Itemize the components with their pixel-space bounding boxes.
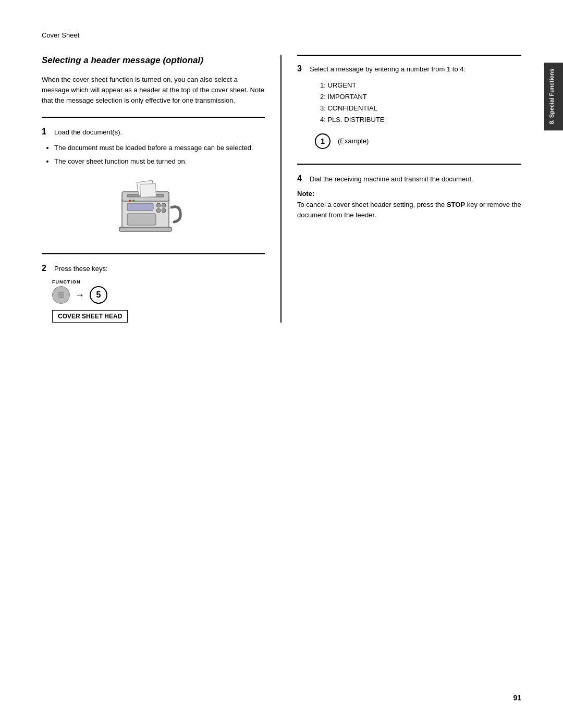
number-key-5: 5 bbox=[90, 286, 107, 304]
function-label: FUNCTION bbox=[52, 279, 81, 285]
step-4-text: Dial the receiving machine and transmit … bbox=[310, 174, 473, 184]
left-column: Selecting a header message (optional) Wh… bbox=[42, 55, 282, 323]
svg-rect-8 bbox=[127, 214, 156, 225]
step-3-text: Select a message by entering a number fr… bbox=[310, 64, 466, 75]
msg-3: 3: CONFIDENTIAL bbox=[320, 103, 466, 114]
example-row: 1 (Example) bbox=[315, 133, 466, 149]
note-text: To cancel a cover sheet header setting, … bbox=[297, 200, 521, 220]
example-label: (Example) bbox=[338, 137, 369, 145]
keys-row: → 5 bbox=[52, 286, 107, 304]
bullet-list: The document must be loaded before a mes… bbox=[54, 143, 265, 167]
svg-point-6 bbox=[156, 208, 161, 213]
fax-machine-svg bbox=[112, 176, 195, 244]
page: 8. Special Functions Cover Sheet Selecti… bbox=[0, 0, 563, 728]
svg-point-12 bbox=[129, 200, 131, 202]
bullet-2: The cover sheet function must be turned … bbox=[54, 156, 265, 167]
step-1-number: 1 bbox=[42, 127, 50, 137]
step-2: 2 Press these keys: bbox=[42, 264, 265, 274]
function-key bbox=[52, 286, 70, 304]
svg-rect-11 bbox=[119, 227, 172, 231]
page-number: 91 bbox=[513, 694, 521, 702]
divider-1 bbox=[42, 117, 265, 118]
step-3: 3 Select a message by entering a number … bbox=[297, 64, 521, 154]
note-title: Note: bbox=[297, 190, 521, 198]
example-circle: 1 bbox=[315, 133, 331, 149]
breadcrumb: Cover Sheet bbox=[42, 31, 521, 39]
msg-1: 1: URGENT bbox=[320, 80, 466, 91]
note-text-1: To cancel a cover sheet header setting, … bbox=[297, 201, 447, 208]
divider-3 bbox=[297, 55, 521, 56]
svg-point-4 bbox=[156, 203, 161, 207]
content-area: Selecting a header message (optional) Wh… bbox=[42, 55, 521, 323]
step-4-number: 4 bbox=[297, 174, 305, 183]
step-1-text: Load the document(s). bbox=[54, 127, 122, 138]
fax-illustration bbox=[42, 176, 265, 244]
step-1: 1 Load the document(s). bbox=[42, 127, 265, 138]
message-options: 1: URGENT 2: IMPORTANT 3: CONFIDENTIAL 4… bbox=[320, 80, 466, 126]
divider-2 bbox=[42, 253, 265, 254]
svg-rect-3 bbox=[127, 203, 153, 211]
note-stop: STOP bbox=[447, 201, 465, 208]
cover-sheet-box: COVER SHEET HEAD bbox=[52, 310, 128, 323]
step-2-text: Press these keys: bbox=[54, 264, 108, 274]
arrow-icon: → bbox=[75, 290, 84, 301]
step-2-number: 2 bbox=[42, 264, 50, 273]
step-4: 4 Dial the receiving machine and transmi… bbox=[297, 174, 521, 184]
side-tab: 8. Special Functions bbox=[544, 63, 563, 130]
svg-point-7 bbox=[162, 208, 166, 213]
keys-area: FUNCTION → 5 COVER SHEET HEAD bbox=[52, 279, 265, 323]
right-column: 3 Select a message by entering a number … bbox=[282, 55, 521, 323]
side-tab-text: 8. Special Functions bbox=[548, 69, 555, 124]
step-3-number: 3 bbox=[297, 64, 305, 73]
msg-4: 4: PLS. DISTRIBUTE bbox=[320, 114, 466, 126]
note-section: Note: To cancel a cover sheet header set… bbox=[297, 190, 521, 220]
intro-text: When the cover sheet function is turned … bbox=[42, 75, 265, 106]
svg-point-13 bbox=[132, 200, 134, 202]
divider-4 bbox=[297, 164, 521, 165]
function-key-icon bbox=[55, 289, 67, 301]
msg-2: 2: IMPORTANT bbox=[320, 91, 466, 103]
svg-rect-10 bbox=[140, 183, 156, 197]
bullet-1: The document must be loaded before a mes… bbox=[54, 143, 265, 153]
section-title: Selecting a header message (optional) bbox=[42, 55, 265, 66]
svg-point-5 bbox=[162, 203, 166, 207]
